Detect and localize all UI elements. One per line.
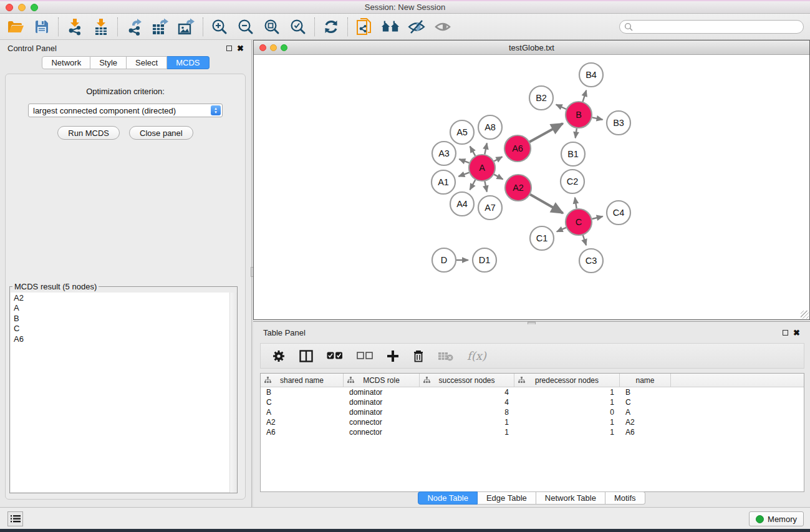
network-graph[interactable]: B4B2BB3A8A5A6A3B1AC2A1A2A4A7C4CC1C3DD1 [254,55,809,319]
mcds-result-item[interactable]: A [11,302,236,312]
table-tab-network-table[interactable]: Network Table [536,491,605,505]
table-row[interactable]: Bdominator41B [261,387,804,397]
delete-column-button[interactable] [413,349,424,362]
export-table-button[interactable] [151,17,170,36]
graph-edge-B-B4[interactable] [583,90,587,102]
graph-node-A1[interactable]: A1 [432,170,455,194]
graph-edge-B-B1[interactable] [576,128,577,138]
graph-edge-A-A8[interactable] [485,143,487,154]
float-panel-icon[interactable] [783,330,788,336]
close-panel-icon[interactable]: ✖ [793,330,800,336]
table-row[interactable]: Adominator80A [261,407,804,417]
hide-graphics-details-button[interactable] [407,17,426,36]
graph-node-D[interactable]: D [432,248,456,272]
export-image-button[interactable] [177,17,196,36]
tab-network[interactable]: Network [42,56,90,69]
graph-edge-A-A3[interactable] [459,159,469,163]
table-cell[interactable]: dominator [344,397,420,407]
graph-edge-C-C2[interactable] [575,198,577,209]
table-settings-button[interactable] [272,349,286,363]
delete-table-button-disabled[interactable] [438,351,453,361]
table-row[interactable]: A6connector11A6 [261,427,804,437]
graph-node-B4[interactable]: B4 [579,63,603,87]
mcds-result-item[interactable]: C [11,323,236,333]
column-header-predecessor-nodes[interactable]: predecessor nodes [514,374,620,387]
open-session-button[interactable] [6,17,25,36]
zoom-out-button[interactable] [236,17,255,36]
table-cell[interactable]: A [261,407,344,417]
network-canvas[interactable]: B4B2BB3A8A5A6A3B1AC2A1A2A4A7C4CC1C3DD1 [254,55,809,319]
table-cell[interactable]: 1 [514,397,620,407]
graph-node-C1[interactable]: C1 [530,226,554,250]
graph-edge-A-A1[interactable] [458,173,469,177]
table-cell[interactable]: 0 [514,407,620,417]
zoom-in-button[interactable] [210,17,229,36]
table-cell[interactable]: 1 [514,427,620,437]
graph-edge-A-A5[interactable] [470,147,476,156]
graph-node-A[interactable]: A [469,155,495,181]
new-network-from-file-button[interactable] [355,17,374,36]
table-cell[interactable]: A6 [620,427,671,437]
table-cell[interactable]: 1 [514,387,620,397]
mcds-result-item[interactable]: A6 [11,334,236,344]
table-cell[interactable]: dominator [344,407,420,417]
task-history-button[interactable] [7,511,23,526]
tab-mcds[interactable]: MCDS [167,56,209,69]
deselect-all-columns-button[interactable] [357,352,373,360]
column-header-mcds-role[interactable]: MCDS role [344,374,420,387]
graph-node-A3[interactable]: A3 [432,142,456,165]
table-cell[interactable]: dominator [344,387,420,397]
graph-edge-C-C1[interactable] [557,228,566,232]
table-cell[interactable]: A6 [261,427,344,437]
column-header-name[interactable]: name [620,374,671,387]
graph-node-C[interactable]: C [566,209,592,235]
column-header-successor-nodes[interactable]: successor nodes [420,374,514,387]
graph-node-B1[interactable]: B1 [561,142,585,166]
show-eye-button[interactable] [433,17,452,36]
tab-style[interactable]: Style [90,56,127,69]
table-cell[interactable]: 1 [514,417,620,427]
table-cell[interactable]: 4 [420,397,514,407]
graph-node-B[interactable]: B [566,102,592,128]
table-cell[interactable]: B [261,387,344,397]
mcds-list-scrollbar[interactable] [229,293,237,493]
table-cell[interactable]: A2 [620,417,671,427]
table-cell[interactable]: A [620,407,671,417]
table-cell[interactable]: 8 [420,407,514,417]
graph-edge-A-A2[interactable] [494,175,503,180]
graph-node-D1[interactable]: D1 [473,248,496,272]
table-tab-node-table[interactable]: Node Table [418,491,478,505]
graph-node-C4[interactable]: C4 [607,201,630,225]
criterion-select[interactable]: largest connected component (directed) ▲… [28,104,223,117]
table-cell[interactable]: C [261,397,344,407]
mcds-result-item[interactable]: B [11,313,236,323]
export-network-button[interactable] [125,17,143,36]
zoom-fit-button[interactable] [263,17,281,36]
close-panel-icon[interactable]: ✖ [237,46,244,51]
window-resize-grip[interactable] [801,311,809,319]
graph-node-B3[interactable]: B3 [607,111,630,135]
graph-node-A7[interactable]: A7 [478,196,502,220]
save-session-button[interactable] [32,17,51,36]
import-table-button[interactable] [92,17,110,36]
run-mcds-button[interactable]: Run MCDS [57,126,120,140]
graph-edge-A-A4[interactable] [470,180,476,190]
table-cell[interactable]: 1 [420,417,514,427]
search-input[interactable] [619,20,804,34]
graph-node-C2[interactable]: C2 [561,170,584,193]
graph-edge-A-A7[interactable] [485,181,486,192]
graph-node-A2[interactable]: A2 [505,175,531,201]
mcds-result-item[interactable]: A2 [11,293,236,302]
graph-edge-B-B3[interactable] [592,117,603,119]
table-row[interactable]: A2connector11A2 [261,417,804,427]
graph-node-C3[interactable]: C3 [579,249,603,273]
table-tab-motifs[interactable]: Motifs [605,491,645,505]
home-button[interactable] [381,17,400,36]
graph-edge-A-A6[interactable] [494,157,502,161]
column-header-shared-name[interactable]: shared name [261,374,344,387]
mcds-result-list[interactable]: A2ABCA6 [11,293,236,492]
table-cell[interactable]: C [620,397,671,407]
tab-select[interactable]: Select [127,56,167,69]
zoom-selected-button[interactable] [289,17,307,36]
function-builder-button-disabled[interactable]: f(x) [467,349,486,362]
